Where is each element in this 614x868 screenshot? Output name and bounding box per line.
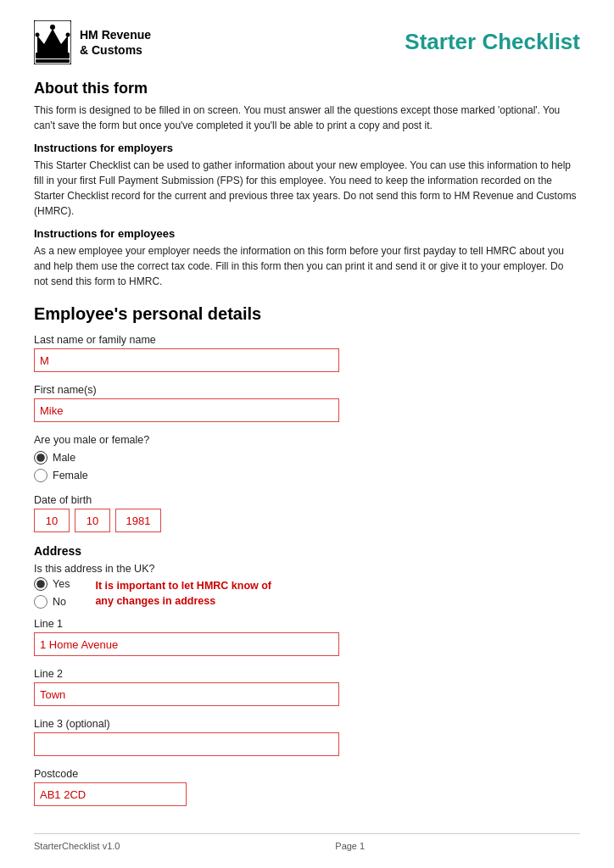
svg-rect-0 (36, 53, 70, 58)
crown-icon (34, 20, 71, 64)
employee-details-section: Employee's personal details Last name or… (34, 304, 580, 532)
postcode-label: Postcode (34, 768, 580, 780)
gender-female-label: Female (53, 470, 88, 481)
svg-point-3 (50, 25, 55, 30)
address-line2-label: Line 2 (34, 668, 580, 680)
gender-male-radio[interactable] (34, 451, 47, 465)
first-name-group: First name(s) (34, 384, 580, 422)
employees-text: As a new employee your employer needs th… (34, 243, 580, 289)
page-title: Starter Checklist (405, 29, 580, 55)
address-uk-row: Yes No It is important to let HMRC know … (34, 577, 580, 613)
important-note: It is important to let HMRC know of any … (95, 579, 282, 609)
employee-section-title: Employee's personal details (34, 304, 580, 324)
address-line2-input[interactable] (34, 682, 339, 706)
about-title: About this form (34, 80, 580, 97)
dob-day-input[interactable] (34, 509, 70, 532)
gender-question: Are you male or female? (34, 434, 580, 446)
uk-yes-radio[interactable] (34, 577, 47, 591)
uk-no-option[interactable]: No (34, 595, 70, 609)
address-line1-input[interactable] (34, 632, 339, 656)
about-section: About this form This form is designed to… (34, 80, 580, 289)
dob-year-input[interactable] (115, 509, 161, 532)
uk-radio-group: Yes No (34, 577, 70, 613)
first-name-input[interactable] (34, 398, 339, 422)
uk-question: Is this address in the UK? (34, 563, 580, 575)
address-line3-input[interactable] (34, 732, 339, 756)
last-name-group: Last name or family name (34, 334, 580, 372)
address-line3-group: Line 3 (optional) (34, 718, 580, 756)
last-name-input[interactable] (34, 348, 339, 372)
address-line2-group: Line 2 (34, 668, 580, 706)
footer-left: StarterChecklist v1.0 (34, 841, 120, 851)
logo-text: HM Revenue & Customs (80, 27, 151, 58)
svg-point-5 (66, 33, 70, 37)
footer: StarterChecklist v1.0 Page 1 (34, 833, 580, 851)
gender-male-label: Male (53, 452, 75, 464)
dob-inputs (34, 509, 580, 532)
employers-text: This Starter Checklist can be used to ga… (34, 158, 580, 219)
uk-yes-label: Yes (53, 578, 70, 590)
about-intro: This form is designed to be filled in on… (34, 103, 580, 133)
uk-yes-option[interactable]: Yes (34, 577, 70, 591)
address-line1-group: Line 1 (34, 618, 580, 656)
gender-group: Are you male or female? Male Female (34, 434, 580, 482)
employers-heading: Instructions for employers (34, 142, 580, 154)
postcode-input[interactable] (34, 782, 187, 806)
address-line3-label: Line 3 (optional) (34, 718, 580, 730)
svg-point-4 (36, 33, 40, 37)
footer-center: Page 1 (335, 841, 365, 851)
page: HM Revenue & Customs Starter Checklist A… (0, 0, 614, 868)
header: HM Revenue & Customs Starter Checklist (34, 20, 580, 64)
postcode-group: Postcode (34, 768, 580, 806)
dob-label: Date of birth (34, 494, 580, 506)
logo-area: HM Revenue & Customs (34, 20, 151, 64)
svg-marker-2 (37, 29, 68, 53)
gender-female-radio[interactable] (34, 469, 47, 482)
gender-female-option[interactable]: Female (34, 469, 580, 482)
svg-rect-1 (36, 59, 70, 63)
gender-male-option[interactable]: Male (34, 451, 580, 465)
dob-month-input[interactable] (75, 509, 110, 532)
dob-group: Date of birth (34, 494, 580, 532)
last-name-label: Last name or family name (34, 334, 580, 346)
employees-heading: Instructions for employees (34, 227, 580, 240)
address-section-title: Address (34, 544, 580, 558)
address-line1-label: Line 1 (34, 618, 580, 630)
first-name-label: First name(s) (34, 384, 580, 396)
uk-no-label: No (53, 596, 66, 608)
uk-no-radio[interactable] (34, 595, 47, 609)
address-section: Address Is this address in the UK? Yes N… (34, 544, 580, 806)
